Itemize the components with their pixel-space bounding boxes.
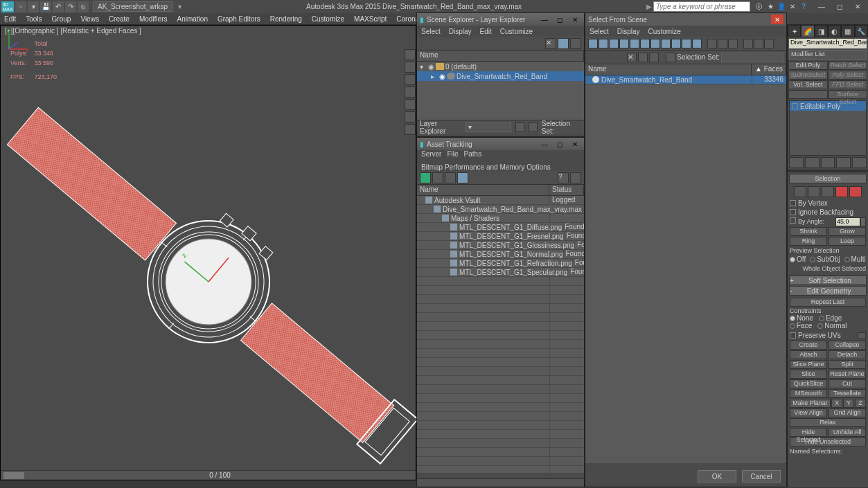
open-icon[interactable]: ▾ [28,1,39,12]
repeat-button[interactable]: Repeat Last [790,298,866,307]
ok-button[interactable]: OK [698,470,736,482]
subobj-edge-icon[interactable] [808,186,820,197]
time-slider-thumb[interactable] [3,472,24,479]
tool-icon[interactable] [649,53,659,62]
panel-min-button[interactable]: — [538,139,551,149]
subobj-border-icon[interactable] [822,186,834,197]
filter-button[interactable] [405,74,416,85]
detach-button[interactable]: Detach [829,350,866,359]
close-button[interactable]: ✕ [849,0,867,13]
tool-layer-icon[interactable] [558,38,569,49]
menu-animation[interactable]: Animation [177,15,207,23]
resetplane-button[interactable]: Reset Plane [829,370,866,379]
subobj-element-icon[interactable] [849,186,862,197]
list-row[interactable]: MTL_DESCENT_G1_Glossiness.pngFound [417,241,584,250]
selset-dropdown[interactable] [721,53,783,62]
pin-icon[interactable] [515,123,524,132]
subobj-vertex-icon[interactable] [794,186,806,197]
filter-icon[interactable] [671,39,681,48]
makeplanar-button[interactable]: Make Planar [790,399,831,408]
stack-remove-icon[interactable] [836,157,851,168]
tab-modify-icon[interactable]: 🌈 [801,25,814,37]
filter-button[interactable] [405,62,416,73]
viewalign-button[interactable]: View Align [790,408,827,417]
filter-icon[interactable] [692,39,702,48]
list-row[interactable]: Dive_Smartwatch_Red_Band_max_vray.maxOk [417,205,584,214]
checkbox[interactable] [790,200,796,206]
modifier-button[interactable]: Vol. Select [788,80,828,89]
spinner-arrows[interactable] [860,217,866,226]
menu-display[interactable]: Display [449,28,472,35]
tab-utilities-icon[interactable]: 🔧 [855,25,868,37]
modifier-list-dropdown[interactable]: Modifier List [789,50,867,60]
object-name-field[interactable]: Dive_Smartwatch_Red_Band [789,39,867,48]
stack-config-icon[interactable] [852,157,867,168]
filter-icon[interactable] [650,39,660,48]
filter-icon[interactable] [682,39,691,48]
filter-icon[interactable] [609,39,619,48]
list-row[interactable]: MTL_DESCENT_G1_Specular.pngFound [417,268,584,277]
panel-close-button[interactable]: ✕ [569,15,581,24]
modifier-button[interactable]: Edit Poly [788,61,828,70]
tool-icon[interactable] [432,172,443,183]
cut-button[interactable]: Cut [829,379,866,388]
tessellate-button[interactable]: Tessellate [829,389,866,398]
radio-multi[interactable] [844,257,850,262]
menu-edit[interactable]: Edit [4,15,16,23]
list-row[interactable]: Autodesk VaultLogged [417,196,584,205]
panel-min-button[interactable]: — [538,15,551,24]
col-status[interactable]: Status [549,185,584,195]
list-row[interactable]: MTL_DESCENT_G1_Normal.pngFound [417,250,584,259]
star-icon[interactable]: ★ [765,2,775,12]
angle-spinner[interactable]: 45.0 [835,217,860,226]
list-row[interactable]: Dive_Smartwatch_Red_Band 33346 [585,75,786,84]
checkbox[interactable] [790,209,796,215]
subobj-poly-icon[interactable] [835,186,848,197]
tool-clear-icon[interactable]: ✕ [545,38,556,49]
filter-icon[interactable] [599,39,608,48]
relax-button[interactable]: Relax [790,418,866,427]
link-icon[interactable]: ⎋ [78,1,89,12]
modifier-stack[interactable]: Editable Poly [789,100,867,156]
menu-server[interactable]: Server [421,150,441,158]
cancel-button[interactable]: Cancel [742,470,781,482]
filter-button[interactable] [405,49,416,60]
filter-icon[interactable] [718,39,727,48]
filter-icon[interactable] [588,39,598,48]
radio-edge[interactable] [819,316,824,321]
tree-row[interactable]: ▸◉Dive_Smartwatch_Red_Band [417,71,584,81]
filter-icon[interactable] [707,39,717,48]
modifier-button[interactable]: FFD Select [829,80,868,89]
col-faces[interactable]: ▲ Faces [752,64,786,75]
stack-pin-icon[interactable] [789,157,804,168]
radio-normal[interactable] [817,323,823,329]
panel-max-button[interactable]: ◻ [553,15,566,24]
stack-unique-icon[interactable] [821,157,835,168]
radio-face[interactable] [790,323,795,329]
modifier-button[interactable] [788,90,828,99]
list-row[interactable]: MTL_DESCENT_G1_Fresnel.pngFound [417,232,584,241]
list-row[interactable]: MTL_DESCENT_G1_Diffuse.pngFound [417,223,584,232]
scrollbar[interactable] [417,478,584,487]
viewport[interactable]: [+][Orthographic ] [Realistic + Edged Fa… [0,25,416,480]
menu-bitmap[interactable]: Bitmap Performance and Memory Options [421,163,551,171]
planar-y-button[interactable]: Y [843,399,854,408]
menu-maxscript[interactable]: MAXScript [354,15,387,23]
help-search-input[interactable] [653,1,750,12]
menu-tools[interactable]: Tools [26,15,42,23]
tab-motion-icon[interactable]: ◐ [828,25,841,37]
panel-close-button[interactable]: ✕ [771,15,783,24]
planar-z-button[interactable]: Z [855,399,866,408]
close-x-icon[interactable]: ✕ [788,2,797,12]
modifier-button[interactable]: Surface Select [829,90,868,99]
help-icon[interactable]: ? [558,172,569,183]
rollout-softsel[interactable]: +Soft Selection [789,275,867,285]
rollout-editgeom[interactable]: -Edit Geometry [789,286,867,296]
filter-button[interactable] [405,87,416,98]
radio-none[interactable] [790,316,795,321]
filter-icon[interactable] [619,39,629,48]
undo-icon[interactable]: ↶ [53,1,64,12]
settings-icon[interactable] [858,332,866,339]
tab-hierarchy-icon[interactable]: ◨ [815,25,828,37]
menu-create[interactable]: Create [109,15,130,23]
